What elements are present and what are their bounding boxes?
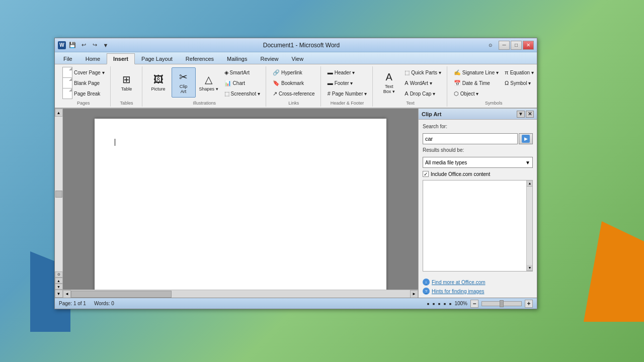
view-outline-btn[interactable]: ▪ (443, 300, 446, 308)
picture-btn[interactable]: 🖼 Picture (146, 67, 171, 98)
footer-label: Footer ▾ (335, 80, 353, 86)
datetime-btn[interactable]: 📅 Date & Time (451, 78, 501, 88)
results-scroll-track (527, 187, 532, 265)
go-button[interactable]: ▶ (519, 133, 533, 144)
tab-references[interactable]: References (179, 53, 220, 64)
table-btn[interactable]: ⊞ Table (115, 67, 139, 98)
page-break-btn[interactable]: Page Break (60, 88, 107, 99)
deco-orange (584, 221, 644, 322)
media-type-dropdown[interactable]: All media file types ▼ (423, 157, 533, 168)
footer-btn[interactable]: ▬ Footer ▾ (325, 78, 370, 88)
status-right: ▪ ▪ ▪ ▪ ▪ 100% − + (427, 300, 533, 308)
hscroll-right-arrow[interactable]: ► (410, 290, 418, 298)
tab-insert[interactable]: Insert (107, 53, 135, 64)
ribbon: Cover Page ▾ Blank Page Page Break Pages (55, 64, 537, 109)
quick-undo-btn[interactable]: ↩ (79, 41, 88, 50)
office-content-checkbox[interactable]: ✓ (423, 171, 429, 177)
hscroll-left-arrow[interactable]: ◄ (63, 290, 71, 298)
signatureline-btn[interactable]: ✍ Signature Line ▾ (451, 67, 501, 77)
textbox-btn[interactable]: A TextBox ▾ (377, 67, 401, 98)
results-scroll-down[interactable]: ▼ (527, 265, 533, 271)
header-btn[interactable]: ▬ Header ▾ (325, 67, 370, 77)
clipart-panel-close-btn[interactable]: ✕ (526, 111, 534, 118)
scroll-down-arrow[interactable]: ▼ (55, 290, 63, 298)
results-scroll-up[interactable]: ▲ (527, 180, 533, 187)
quick-redo-btn[interactable]: ↪ (90, 41, 99, 50)
clipart-panel-dropdown-btn[interactable]: ▼ (517, 111, 525, 118)
object-btn[interactable]: ⬡ Object ▾ (451, 88, 501, 99)
headerfooter-buttons: ▬ Header ▾ ▬ Footer ▾ # Page Number ▾ (325, 67, 370, 100)
ribbon-group-links: 🔗 Hyperlink 🔖 Bookmark ↗ Cross-reference (267, 66, 321, 107)
quick-dropdown-btn[interactable]: ▼ (101, 41, 110, 50)
hscroll-thumb[interactable] (71, 291, 172, 298)
cover-page-btn[interactable]: Cover Page ▾ (60, 67, 107, 77)
illustrations-col: ◈ SmartArt 📊 Chart ⬚ Screenshot ▾ (222, 67, 263, 99)
cross-reference-label: Cross-reference (279, 91, 315, 97)
tab-mailings[interactable]: Mailings (220, 53, 254, 64)
restore-btn[interactable]: □ (511, 41, 522, 50)
close-btn[interactable]: ✕ (523, 41, 534, 50)
page-break-label: Page Break (74, 91, 100, 97)
hints-link[interactable]: ? Hints for finding images (423, 288, 533, 295)
view-web-btn[interactable]: ▪ (438, 300, 441, 308)
bookmark-btn[interactable]: 🔖 Bookmark (270, 78, 317, 88)
tab-review[interactable]: Review (254, 53, 285, 64)
view-full-btn[interactable]: ▪ (433, 300, 435, 308)
doc-page[interactable] (95, 119, 386, 290)
find-more-link[interactable]: i Find more at Office.com (423, 279, 533, 286)
zoom-out-btn[interactable]: − (470, 300, 478, 308)
wordart-label: WordArt ▾ (410, 80, 432, 86)
chart-btn[interactable]: 📊 Chart (222, 78, 263, 88)
media-type-value: All media file types (425, 160, 467, 165)
scroll-up-arrow[interactable]: ▲ (55, 109, 63, 117)
text-cursor (115, 139, 115, 146)
scroll-next-btn[interactable]: ▼ (55, 284, 63, 290)
equation-label: Equation ▾ (510, 70, 534, 75)
tab-view[interactable]: View (285, 53, 310, 64)
hyperlink-btn[interactable]: 🔗 Hyperlink (270, 67, 317, 77)
tab-home[interactable]: Home (79, 53, 107, 64)
clipart-btn[interactable]: ✂ ClipArt (172, 67, 196, 98)
scroll-prev-btn[interactable]: ▲ (55, 278, 63, 284)
vscroll-left[interactable]: ▲ ⊙ ▲ ▼ ▼ (55, 109, 63, 298)
blank-page-icon (62, 77, 72, 88)
doc-scroll-area[interactable] (63, 109, 418, 290)
symbols-col2: π Equation ▾ Ω Symbol ▾ (502, 67, 536, 88)
go-arrow: ▶ (524, 136, 528, 141)
zoom-slider[interactable] (481, 301, 522, 306)
view-draft-btn[interactable]: ▪ (449, 300, 451, 308)
symbol-btn[interactable]: Ω Symbol ▾ (502, 78, 536, 88)
bookmark-label: Bookmark (281, 80, 304, 86)
picture-icon: 🖼 (153, 74, 164, 85)
zoom-thumb[interactable] (500, 300, 504, 307)
zoom-in-btn[interactable]: + (525, 300, 533, 308)
cross-reference-btn[interactable]: ↗ Cross-reference (270, 88, 317, 99)
textbox-label: TextBox ▾ (383, 84, 395, 94)
symbols-col1: ✍ Signature Line ▾ 📅 Date & Time ⬡ Objec… (451, 67, 501, 99)
wordart-btn[interactable]: A WordArt ▾ (402, 78, 443, 88)
shapes-btn[interactable]: △ Shapes ▾ (197, 67, 221, 98)
screenshot-btn[interactable]: ⬚ Screenshot ▾ (222, 88, 263, 99)
minimize-btn[interactable]: ─ (499, 41, 510, 50)
pagenumber-btn[interactable]: # Page Number ▾ (325, 88, 370, 99)
quickparts-btn[interactable]: ⬚ Quick Parts ▾ (402, 67, 443, 77)
links-col: 🔗 Hyperlink 🔖 Bookmark ↗ Cross-reference (270, 67, 317, 99)
search-input[interactable] (423, 133, 518, 144)
blank-page-btn[interactable]: Blank Page (60, 78, 107, 88)
equation-btn[interactable]: π Equation ▾ (502, 67, 536, 77)
ribbon-group-pages: Cover Page ▾ Blank Page Page Break Pages (57, 66, 111, 107)
hscroll-track[interactable] (71, 290, 410, 298)
tab-file[interactable]: File (57, 53, 79, 64)
smartart-btn[interactable]: ◈ SmartArt (222, 67, 263, 77)
scroll-select-btn[interactable]: ⊙ (55, 272, 63, 278)
view-print-btn[interactable]: ▪ (427, 300, 430, 308)
horizontal-scrollbar[interactable]: ◄ ► (63, 290, 418, 298)
tab-pagelayout[interactable]: Page Layout (135, 53, 179, 64)
pagenumber-icon: # (328, 90, 331, 97)
status-left: Page: 1 of 1 Words: 0 (59, 301, 114, 306)
dropcap-btn[interactable]: A Drop Cap ▾ (402, 88, 443, 99)
wordart-icon: A (405, 80, 408, 86)
find-more-text: Find more at Office.com (432, 280, 486, 285)
quick-save-btn[interactable]: 💾 (68, 41, 77, 50)
results-scrollbar[interactable]: ▲ ▼ (526, 180, 532, 271)
